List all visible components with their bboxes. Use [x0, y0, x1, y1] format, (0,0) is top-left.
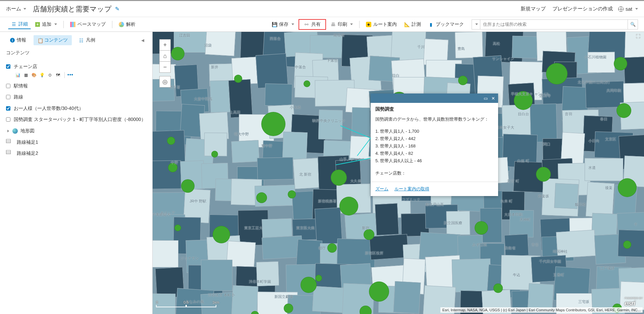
- expand-icon[interactable]: [7, 130, 9, 132]
- sidebar: i情報 📋コンテンツ ☷凡例 ◂ コンテンツ チェーン店 📊 ▦ 🎨: [0, 32, 153, 314]
- layer-label[interactable]: 路線補足1: [17, 139, 38, 146]
- bookmark-button[interactable]: ▮ブックマーク: [425, 20, 467, 29]
- top-bar: ホーム 店舗別実績と需要マップ ✎ 新規マップ プレゼンテーションの作成 sat: [0, 1, 644, 17]
- layer-label[interactable]: お一人様（一人世帯数/30-40代）: [14, 105, 84, 112]
- search-input[interactable]: [480, 19, 628, 29]
- layer-label[interactable]: 駅情報: [14, 83, 28, 89]
- share-button[interactable]: ⚯共有: [299, 19, 326, 30]
- new-map-link[interactable]: 新規マップ: [517, 6, 549, 12]
- popup-heading: 国勢調査: [371, 103, 498, 114]
- legend-tool-icon[interactable]: 📊: [15, 72, 21, 78]
- print-button[interactable]: 🖶印刷: [327, 20, 356, 29]
- cluster-tool-icon[interactable]: ⊙: [47, 72, 53, 78]
- layer-tools: 📊 ▦ 🎨 💡 ⊙ 🗺 •••: [15, 72, 146, 78]
- layer-label[interactable]: 路線補足2: [17, 150, 38, 157]
- list-icon: ☰: [11, 21, 16, 27]
- chevron-down-icon: [475, 23, 478, 25]
- tab-legend[interactable]: ☷凡例: [75, 35, 99, 45]
- collapse-sidebar-icon[interactable]: ◂: [139, 37, 146, 44]
- layer-checkbox[interactable]: [6, 95, 10, 99]
- save-button[interactable]: 💾保存: [269, 20, 297, 29]
- layer-checkbox[interactable]: [6, 117, 10, 122]
- home-link[interactable]: ホーム: [4, 6, 28, 12]
- chevron-down-icon: [291, 23, 294, 25]
- layer-census: 国勢調査 スターターパック 1 - 町丁字等別人口密度（-80000）: [6, 116, 146, 123]
- print-icon: 🖶: [330, 22, 336, 27]
- layer-line: 路線: [6, 94, 146, 101]
- popup-body: 国勢調査のデータから、世帯人員数別世帯数ランキング： 1. 世帯人員1人 - 1…: [371, 114, 498, 182]
- search-button[interactable]: 🔍: [628, 19, 638, 29]
- maximize-icon[interactable]: ▭: [482, 95, 489, 102]
- user-menu[interactable]: sat: [616, 6, 640, 12]
- layer-terrain: 地形図: [6, 128, 146, 134]
- bookmark-icon: ▮: [428, 22, 434, 27]
- layer-label[interactable]: 国勢調査 スターターパック 1 - 町丁字等別人口密度（-80000）: [14, 116, 146, 123]
- filter-tool-icon[interactable]: 💡: [39, 72, 45, 78]
- style-tool-icon[interactable]: 🎨: [31, 72, 37, 78]
- zoom-out-button[interactable]: −: [159, 61, 171, 73]
- globe-icon: [12, 128, 18, 134]
- tab-contents[interactable]: 📋コンテンツ: [34, 35, 72, 45]
- layer-label[interactable]: 路線: [14, 94, 23, 101]
- tab-info[interactable]: i情報: [6, 35, 30, 45]
- basemap-button[interactable]: ベースマップ: [67, 20, 109, 29]
- config-tool-icon[interactable]: 🗺: [55, 72, 61, 78]
- home-extent-button[interactable]: ⌂: [159, 50, 171, 62]
- popup-directions-link[interactable]: ルート案内の取得: [394, 186, 429, 192]
- layer-label[interactable]: 地形図: [20, 128, 35, 134]
- close-icon[interactable]: ✕: [489, 95, 497, 102]
- info-icon: i: [10, 38, 15, 43]
- popup-zoom-link[interactable]: ズーム: [375, 186, 388, 192]
- sidebar-tabs: i情報 📋コンテンツ ☷凡例 ◂: [0, 32, 152, 47]
- layer-chain: チェーン店 📊 ▦ 🎨 💡 ⊙ 🗺 •••: [6, 63, 146, 78]
- search-icon: 🔍: [630, 22, 636, 27]
- esri-logo: POWERED BY esri: [625, 297, 643, 307]
- layer-list: チェーン店 📊 ▦ 🎨 💡 ⊙ 🗺 ••• 駅情報 路線: [0, 59, 152, 163]
- map-view[interactable]: 上高田高田下落合高田馬場北 新宿中野小滝橋中落合東中野西早稲田大久保新宿戸山若松…: [153, 32, 644, 314]
- measure-button[interactable]: 📐計測: [401, 20, 424, 29]
- map-controls: + ⌂ − ◎: [159, 39, 171, 87]
- details-button[interactable]: ☰詳細: [8, 19, 31, 29]
- map-title: 店舗別実績と需要マップ ✎: [33, 4, 119, 14]
- table-icon: [6, 139, 11, 143]
- layer-supp1: 路線補足1: [6, 139, 146, 146]
- layer-station: 駅情報: [6, 83, 146, 89]
- layer-label[interactable]: チェーン店: [14, 63, 37, 70]
- contents-icon: 📋: [38, 38, 42, 43]
- table-tool-icon[interactable]: ▦: [23, 72, 29, 78]
- info-popup: ▭ ✕ 国勢調査 国勢調査のデータから、世帯人員数別世帯数ランキング： 1. 世…: [371, 93, 498, 196]
- pencil-icon[interactable]: ✎: [115, 6, 119, 12]
- create-presentation-link[interactable]: プレゼンテーションの作成: [549, 6, 616, 12]
- search-container: 🔍: [472, 19, 638, 29]
- chevron-down-icon: [54, 23, 57, 25]
- plus-icon: +: [35, 22, 40, 27]
- add-button[interactable]: +追加: [32, 20, 60, 29]
- directions-button[interactable]: ◆ルート案内: [363, 20, 400, 29]
- basemap-icon: [70, 22, 75, 27]
- zoom-in-button[interactable]: +: [159, 39, 171, 51]
- search-scope-toggle[interactable]: [472, 19, 480, 29]
- globe-icon: [618, 6, 624, 12]
- popup-footer: ズーム ルート案内の取得: [371, 182, 498, 196]
- scale-bar: 0 0.5 1km: [156, 305, 216, 307]
- more-tools-button[interactable]: •••: [64, 72, 73, 78]
- analysis-button[interactable]: 解析: [116, 20, 139, 29]
- layer-checkbox[interactable]: [6, 84, 10, 88]
- chevron-down-icon: [635, 8, 638, 10]
- save-icon: 💾: [272, 22, 277, 27]
- fullscreen-icon[interactable]: ⛶: [636, 34, 642, 40]
- layer-checkbox[interactable]: [6, 64, 10, 69]
- chevron-down-icon: [23, 8, 26, 10]
- link-icon: ⚯: [304, 22, 309, 27]
- layer-single: お一人様（一人世帯数/30-40代）: [6, 105, 146, 112]
- legend-icon: ☷: [79, 38, 84, 43]
- layer-supp2: 路線補足2: [6, 150, 146, 157]
- sidebar-heading: コンテンツ: [0, 47, 152, 59]
- locate-button[interactable]: ◎: [159, 76, 171, 87]
- analysis-icon: [119, 22, 124, 27]
- popup-titlebar[interactable]: ▭ ✕: [371, 93, 498, 103]
- layer-checkbox[interactable]: [6, 106, 10, 111]
- chevron-down-icon: [350, 23, 353, 25]
- measure-icon: 📐: [404, 22, 410, 27]
- directions-icon: ◆: [366, 22, 371, 27]
